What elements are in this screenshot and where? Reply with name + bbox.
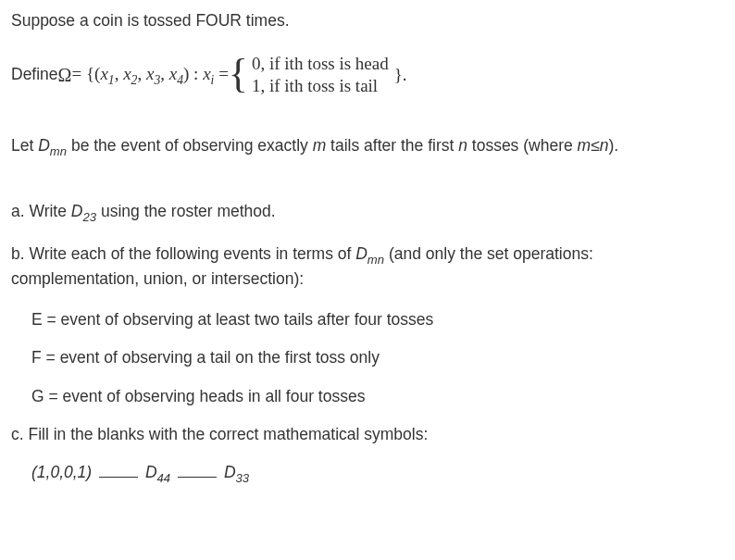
event-f: F = event of observing a tail on the fir… [31,346,724,369]
event-g: G = event of observing heads in all four… [31,385,724,408]
qa-b: using the roster method. [96,202,276,220]
D23: D [71,202,83,220]
define-prefix: Define [11,63,58,86]
m-it: m [313,136,327,155]
define-row: Define Ω = {(x1, x2, x3, x4) : xi = { 0,… [11,53,724,97]
cases-column: 0, if ith toss is head 1, if ith toss is… [252,53,389,97]
qa-a: a. Write [11,202,71,220]
D-mn2: D [355,244,368,263]
sub23: 23 [82,210,96,224]
x1s: 1 [108,73,115,87]
cases-wrap: { 0, if ith toss is head 1, if ith toss … [229,53,389,97]
c2: , [137,64,146,83]
eq1: = {( [71,64,100,83]
x1: x [100,64,107,83]
intro-text: Suppose a coin is tossed FOUR times. [11,9,724,32]
xi: x [203,64,210,83]
sub33: 33 [236,471,250,485]
c3: , [160,64,169,83]
let-e: ). [609,136,619,155]
let-d: tosses (where [467,136,578,155]
tuple: (1,0,0,1) [31,463,92,481]
let-paragraph: Let Dmn be the event of observing exactl… [11,134,724,160]
x4s: 4 [177,73,183,87]
question-a: a. Write D23 using the roster method. [11,200,724,226]
fill-blank-expression: (1,0,0,1) D44 D33 [31,461,724,487]
n-it: n [458,136,467,155]
let-c: tails after the first [326,136,458,155]
sub44: 44 [157,471,171,485]
mn-cond: m≤n [578,136,609,155]
intro: Suppose a coin is tossed FOUR times. [11,11,290,30]
let-a: Let [11,136,38,155]
event-e: E = event of observing at least two tail… [31,308,724,331]
D44: D [145,463,157,481]
close-set: ) : [183,64,203,83]
sub-mn: mn [50,143,67,157]
eq2: = [214,64,228,83]
let-b: be the event of observing exactly [67,136,313,155]
blank-2[interactable] [178,470,217,479]
x4: x [169,64,177,83]
question-c: c. Fill in the blanks with the correct m… [11,423,724,446]
close-brace-period: }. [394,62,407,88]
case-0: 0, if ith toss is head [252,53,389,75]
c1: , [115,64,124,83]
D33: D [224,463,236,481]
qb-a: b. Write each of the following events in… [11,244,355,263]
blank-1[interactable] [99,470,138,479]
omega-symbol: Ω [58,62,72,89]
D-mn: D [38,136,50,155]
sub-mn2: mn [368,252,384,266]
question-b: b. Write each of the following events in… [11,243,724,292]
eq-part1: = {(x1, x2, x3, x4) : xi = [71,61,228,90]
left-brace-icon: { [229,56,248,93]
case-1: 1, if ith toss is tail [252,75,389,97]
x2: x [123,64,131,83]
sub-list: E = event of observing at least two tail… [31,308,724,408]
